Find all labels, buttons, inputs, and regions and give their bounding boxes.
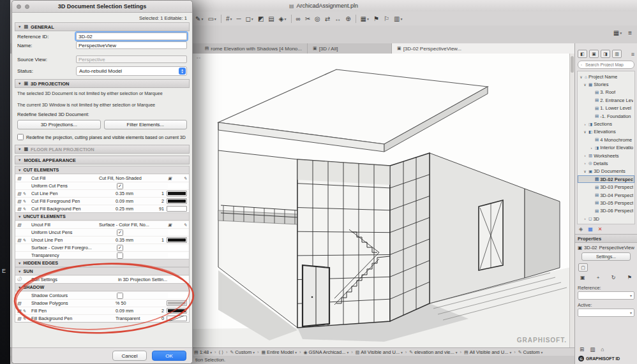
tree-item-3d06[interactable]: ▤3D-06 PerspectiveView — [578, 207, 634, 215]
group-sun[interactable]: ▼SUN — [15, 267, 189, 275]
row-uniform-cut-pens[interactable]: Uniform Cut Pens✓ — [15, 182, 189, 189]
properties-item-row[interactable]: ▣ 3D-02 PerspectiveView — [575, 243, 637, 252]
add-icon[interactable]: + — [597, 275, 600, 280]
row-transparency[interactable]: Transparency — [15, 251, 189, 259]
graphisoft-id[interactable]: G GRAPHISOFT ID — [575, 354, 637, 364]
pen-swatch[interactable] — [167, 198, 187, 204]
flag-icon[interactable]: ⚑ — [373, 15, 379, 22]
name-input[interactable] — [76, 41, 187, 49]
tree-item-elevations[interactable]: ∨◧Elevations — [578, 128, 634, 136]
transparent-swatch[interactable] — [167, 316, 187, 321]
pen-swatch[interactable] — [167, 308, 187, 314]
search-box[interactable] — [578, 61, 634, 69]
dialog-titlebar[interactable]: 3D Document Selection Settings — [12, 1, 192, 13]
tab-3d-all[interactable]: ▣ [3D / All] — [308, 43, 392, 54]
minimize-icon[interactable] — [25, 4, 29, 9]
flag-icon[interactable]: ⚑ — [627, 275, 632, 280]
tree-item-project-name[interactable]: ∨⌂Project Name — [578, 73, 634, 80]
fill-type-icon[interactable]: ▣ — [168, 176, 172, 181]
section-general[interactable]: ▼▤GENERAL — [15, 22, 190, 31]
group-hidden-edges[interactable]: ▼HIDDEN EDGES — [15, 259, 189, 267]
tree-item-entrance-level[interactable]: ▤2. Entrance Level — [578, 96, 634, 104]
tree-item-monochrome-elevations[interactable]: ▤4 Monochrome Eleva — [578, 136, 634, 143]
uniform-uncut-pens-checkbox[interactable]: ✓ — [117, 229, 123, 236]
cancel-button[interactable]: Cancel — [112, 351, 147, 361]
shadow-color-swatch[interactable] — [167, 300, 187, 306]
filter-selector[interactable]: ▤All Visible and U...▾ — [464, 349, 511, 355]
publisher-icon[interactable]: ▥ — [612, 50, 622, 58]
delete-icon[interactable]: ✕ — [598, 226, 603, 232]
pan-icon[interactable]: ⇄ — [325, 15, 330, 22]
row-uncut-fill[interactable]: ▨Uncut FillSurface - Color Fill, No...▣✎ — [15, 221, 189, 228]
row-shadow-contours[interactable]: Shadow Contours — [15, 291, 189, 299]
pen-icon[interactable]: ✎ — [184, 222, 187, 228]
layers-icon[interactable]: ▦▾ — [361, 15, 369, 22]
home-icon[interactable]: ⌂ — [601, 346, 604, 353]
tree-item-details[interactable]: ›◎Details — [578, 159, 634, 167]
guard-icon[interactable]: ◈▾ — [279, 15, 287, 22]
tree-item-lower-level[interactable]: ▤1. Lower Level — [578, 105, 634, 112]
line-tool-icon[interactable]: ─ — [236, 15, 241, 22]
tree-item-foundation[interactable]: ▤-1. Foundation — [578, 112, 634, 120]
row-cut-line-pen[interactable]: ▨✎Cut Line Pen0.35 mm1 — [15, 189, 189, 197]
shadow-contours-checkbox[interactable] — [117, 293, 123, 299]
pen-icon[interactable]: ✎ — [184, 176, 187, 181]
origin-icon[interactable]: ⊕ — [345, 15, 350, 22]
transparency-checkbox[interactable] — [117, 252, 123, 259]
zoom-icon[interactable]: ◎ — [315, 15, 320, 22]
search-input[interactable] — [584, 62, 631, 68]
tree-item-3d-documents[interactable]: ∨▣3D Documents — [578, 168, 634, 175]
section-model-appearance[interactable]: ▼MODEL APPEARANCE — [15, 156, 190, 164]
view-settings-selector[interactable]: ✎elevation and vie...▾ — [409, 349, 457, 355]
row-cut-fill-background-pen[interactable]: ▨✎Cut Fill Background Pen0.25 mm91 — [15, 205, 189, 212]
reference-id-input[interactable] — [76, 33, 187, 40]
row-uniform-uncut-pens[interactable]: Uniform Uncut Pens✓ — [15, 228, 189, 236]
flag-outline-icon[interactable]: ⚐ — [384, 15, 389, 22]
building-3d-view[interactable] — [193, 54, 574, 347]
properties-header[interactable]: Properties — [575, 234, 637, 243]
row-sun-settings[interactable]: ⓘSun Settingsin 3D Projection Settin... — [15, 275, 189, 283]
fill-type-icon[interactable]: ▣ — [168, 222, 172, 228]
reference-dropdown[interactable]: ▾ — [578, 291, 634, 300]
copy-icon[interactable]: ▣ — [580, 275, 585, 280]
pen-swatch[interactable] — [167, 191, 187, 196]
pen-swatch[interactable] — [167, 237, 187, 243]
view-map-icon[interactable]: ▣ — [589, 50, 599, 58]
render-style-icon[interactable]: ◩ — [258, 15, 264, 22]
nav-arrows[interactable]: ⟨ ⟩ — [219, 350, 223, 355]
grid-options-icon[interactable]: ▥▾ — [394, 15, 402, 22]
row-cut-fill[interactable]: ▨Cut FillCut Fill, Non-Shaded▣✎ — [15, 174, 189, 182]
pen-set-selector[interactable]: ✎Custom▾ — [230, 349, 254, 355]
tree-item-3d04[interactable]: ▤3D-04 PerspectiveView — [578, 191, 634, 199]
menu-icon[interactable]: ≡ — [628, 29, 632, 36]
group-uncut-elements[interactable]: ▼UNCUT ELEMENTS — [15, 212, 189, 221]
ok-button[interactable]: OK — [152, 351, 186, 361]
clone-icon[interactable]: ▢ — [578, 263, 588, 272]
tree-item-worksheets[interactable]: ›▥Worksheets — [578, 152, 634, 159]
organizer-icon[interactable]: ⊞ — [580, 346, 584, 353]
tree-item-3d[interactable]: ›◻3D — [578, 215, 634, 222]
row-shadow-fill-background-pen[interactable]: ▨✎Fill Background PenTransparent0 — [15, 314, 189, 322]
row-cut-fill-foreground-pen[interactable]: ▨✎Cut Fill Foreground Pen0.09 mm2 — [15, 197, 189, 205]
snap-grid-icon[interactable]: #▾ — [226, 15, 232, 22]
settings-button[interactable]: Settings... — [581, 252, 631, 261]
row-surface-cover-fill[interactable]: Surface - Cover Fill Foregro...✓ — [15, 244, 189, 251]
status-dropdown[interactable]: Auto-rebuild Model▲▼ — [76, 66, 187, 76]
tree-item-3d05[interactable]: ▤3D-05 PerspectiveView — [578, 199, 634, 207]
link-icon[interactable]: ∞ — [296, 15, 301, 22]
uniform-cut-pens-checkbox[interactable]: ✓ — [117, 183, 123, 189]
structure-display-selector[interactable]: ▦Entire Model▾ — [261, 349, 297, 355]
project-map-icon[interactable]: ◧ — [578, 50, 587, 58]
layout-book-icon[interactable]: ◨ — [601, 50, 610, 58]
viewport-scrollbar[interactable] — [569, 54, 574, 347]
profile-selector[interactable]: ◉GSNA Archicad...▾ — [303, 349, 348, 355]
update-icon[interactable]: ↻ — [611, 275, 616, 280]
tree-item-3d03[interactable]: ▤3D-03 PerspectiveView — [578, 183, 634, 191]
tree-item-stories[interactable]: ∨▦Stories — [578, 80, 634, 88]
lens-icon[interactable]: ◈ — [579, 226, 583, 232]
group-cut-elements[interactable]: ▼CUT ELEMENTS — [15, 166, 189, 174]
row-uncut-line-pen[interactable]: ▨✎Uncut Line Pen0.35 mm1 — [15, 236, 189, 244]
redefine-checkbox[interactable] — [17, 134, 24, 140]
3d-projections-button[interactable]: 3D Projections... — [17, 120, 101, 129]
element-dropdown-icon[interactable]: ▭▾ — [207, 15, 216, 22]
